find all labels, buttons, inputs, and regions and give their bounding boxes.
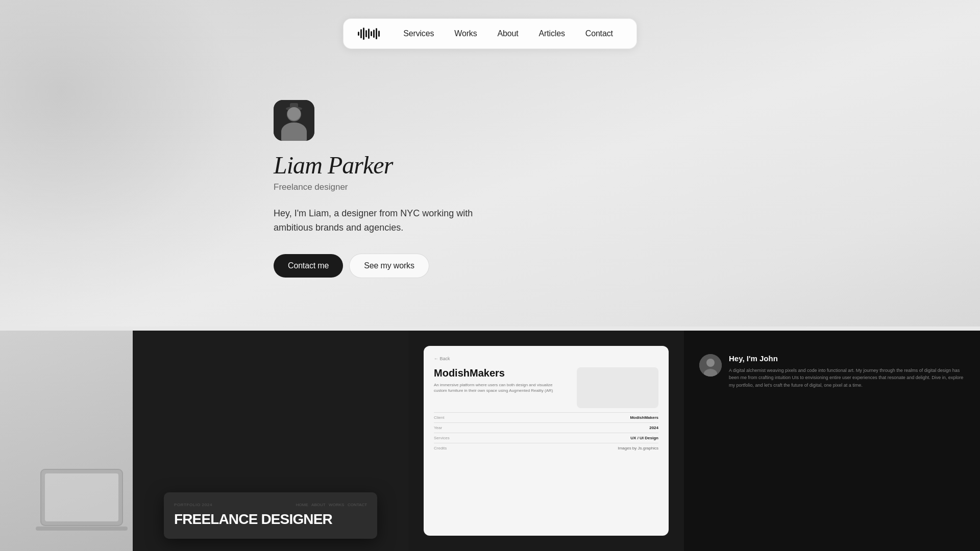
wave-bar-1	[358, 32, 359, 36]
waveform-icon	[358, 27, 380, 41]
logo[interactable]	[358, 27, 380, 41]
card-2-nav-links: HOME ABOUT WORKS CONTACT	[296, 503, 367, 507]
table-row-services: Services UX / UI Design	[434, 433, 658, 443]
card-4-description: A digital alchemist weaving pixels and c…	[729, 367, 965, 389]
card-1-inner	[0, 331, 133, 551]
hero-description: Hey, I'm Liam, a designer from NYC worki…	[274, 207, 490, 235]
card-3-image	[577, 367, 658, 408]
hero-section: Liam Parker Freelance designer Hey, I'm …	[0, 49, 490, 278]
value-services: UX / UI Design	[630, 436, 658, 440]
card-2-header: PORTFOLIO 2024 HOME ABOUT WORKS CONTACT	[174, 503, 367, 507]
card-2-label: PORTFOLIO 2024	[174, 503, 212, 507]
svg-rect-3	[290, 103, 298, 109]
navbar-inner: Services Works About Articles Contact	[343, 18, 637, 49]
value-client: ModishMakers	[630, 415, 658, 420]
label-services: Services	[434, 436, 450, 440]
laptop-illustration	[36, 464, 133, 546]
hero-subtitle: Freelance designer	[274, 182, 348, 192]
svg-point-9	[706, 359, 715, 367]
portfolio-strip: PORTFOLIO 2024 HOME ABOUT WORKS CONTACT …	[0, 331, 980, 551]
wave-bar-4	[365, 30, 367, 37]
hero-buttons: Contact me See my works	[274, 254, 429, 278]
see-works-button[interactable]: See my works	[349, 254, 429, 278]
card-4-content: Hey, I'm John A digital alchemist weavin…	[729, 354, 965, 536]
contact-me-button[interactable]: Contact me	[274, 254, 343, 278]
svg-point-4	[282, 128, 306, 141]
nav-services[interactable]: Services	[394, 25, 443, 42]
svg-point-2	[286, 107, 302, 111]
card-4-avatar	[699, 354, 722, 377]
avatar	[274, 100, 314, 141]
label-client: Client	[434, 415, 444, 420]
navbar: Services Works About Articles Contact	[0, 0, 980, 49]
value-year: 2024	[649, 425, 658, 430]
wave-bar-3	[363, 28, 364, 40]
nav-articles[interactable]: Articles	[530, 25, 574, 42]
card-3-mockup: ← Back ModishMakers An immersive platfor…	[424, 346, 669, 536]
portfolio-card-4[interactable]: Hey, I'm John A digital alchemist weavin…	[684, 331, 980, 551]
wave-bar-8	[376, 28, 377, 39]
wave-bar-7	[373, 30, 375, 38]
svg-rect-7	[36, 527, 128, 531]
card-2-title: FREELANCE DESIGNER	[174, 512, 367, 527]
wave-bar-2	[360, 29, 362, 38]
svg-point-1	[287, 107, 301, 121]
nav-links: Services Works About Articles Contact	[394, 25, 622, 42]
table-row-credits: Credits Images by Js.graphics	[434, 443, 658, 453]
card-2-mockup: PORTFOLIO 2024 HOME ABOUT WORKS CONTACT …	[164, 492, 377, 539]
value-credits: Images by Js.graphics	[618, 446, 658, 450]
hero-name: Liam Parker	[274, 151, 393, 179]
table-row-client: Client ModishMakers	[434, 412, 658, 422]
wave-bar-6	[371, 31, 372, 36]
portfolio-card-3[interactable]: ← Back ModishMakers An immersive platfor…	[408, 331, 684, 551]
wave-bar-5	[368, 29, 370, 39]
card-4-greeting: Hey, I'm John	[729, 354, 965, 363]
nav-contact[interactable]: Contact	[576, 25, 622, 42]
avatar-image	[274, 100, 314, 141]
label-year: Year	[434, 425, 442, 430]
label-credits: Credits	[434, 446, 447, 450]
card-3-back: ← Back	[434, 356, 658, 361]
card-3-description: An immersive platform where users can bo…	[434, 382, 567, 393]
wave-bar-9	[378, 31, 380, 37]
nav-works[interactable]: Works	[445, 25, 486, 42]
nav-about[interactable]: About	[488, 25, 528, 42]
portfolio-card-1[interactable]	[0, 331, 133, 551]
svg-rect-6	[45, 473, 118, 521]
portfolio-card-2[interactable]: PORTFOLIO 2024 HOME ABOUT WORKS CONTACT …	[133, 331, 408, 551]
card-3-table: Client ModishMakers Year 2024 Services U…	[434, 412, 658, 453]
table-row-year: Year 2024	[434, 422, 658, 433]
